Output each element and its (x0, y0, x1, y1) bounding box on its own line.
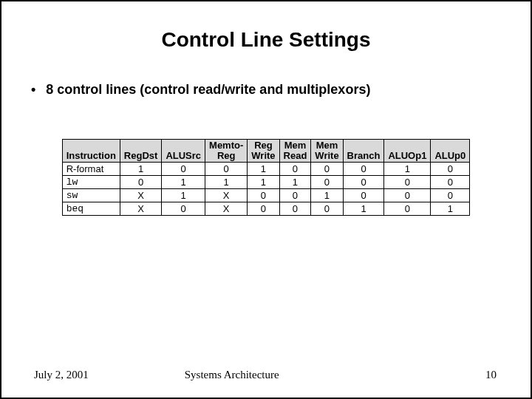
slide-title: Control Line Settings (1, 28, 531, 52)
th-regdst: RegDst (120, 140, 162, 163)
control-table: Instruction RegDst ALUSrc Memto- Reg Reg… (62, 139, 471, 216)
footer-date: July 2, 2001 (1, 369, 89, 381)
cell-regdst: X (120, 189, 162, 202)
cell-branch: 1 (343, 202, 384, 216)
cell-memwrite: 0 (311, 202, 343, 216)
cell-memwrite: 0 (311, 176, 343, 189)
cell-regwrite: 0 (248, 189, 279, 202)
th-branch: Branch (343, 140, 384, 163)
cell-branch: 0 (343, 176, 384, 189)
cell-aluop0: 1 (431, 202, 470, 216)
th-aluop0: ALUp0 (431, 140, 470, 163)
cell-alusrc: 1 (162, 189, 205, 202)
th-instruction: Instruction (62, 140, 120, 163)
cell-memtoreg: 0 (205, 163, 248, 176)
th-memwrite-top: Mem (316, 140, 338, 151)
th-memread: Mem Read (279, 140, 311, 163)
table-row: R-format100100010 (62, 163, 470, 176)
th-regwrite-top: Reg (254, 140, 273, 151)
cell-aluop0: 0 (431, 163, 470, 176)
th-regwrite-bot: Write (251, 151, 275, 161)
cell-instruction: R-format (62, 163, 120, 176)
cell-memwrite: 0 (311, 163, 343, 176)
cell-regwrite: 1 (248, 176, 279, 189)
th-memread-bot: Read (284, 151, 307, 161)
cell-memread: 0 (279, 189, 311, 202)
cell-alusrc: 0 (162, 202, 205, 216)
table-container: Instruction RegDst ALUSrc Memto- Reg Reg… (1, 139, 531, 216)
cell-branch: 0 (343, 189, 384, 202)
cell-instruction: beq (62, 202, 120, 216)
table-header-row: Instruction RegDst ALUSrc Memto- Reg Reg… (62, 140, 470, 163)
cell-aluop0: 0 (431, 189, 470, 202)
cell-memwrite: 1 (311, 189, 343, 202)
cell-memread: 0 (279, 163, 311, 176)
footer-title: Systems Architecture (89, 369, 485, 381)
slide-footer: July 2, 2001 Systems Architecture 10 (1, 369, 531, 381)
cell-instruction: sw (62, 189, 120, 202)
th-memtoreg: Memto- Reg (205, 140, 248, 163)
cell-aluop1: 0 (384, 202, 431, 216)
cell-instruction: lw (62, 176, 120, 189)
cell-memtoreg: 1 (205, 176, 248, 189)
th-memtoreg-bot: Reg (217, 151, 236, 161)
th-memread-top: Mem (284, 140, 307, 151)
th-aluop1: ALUOp1 (384, 140, 431, 163)
th-memwrite: Mem Write (311, 140, 343, 163)
cell-aluop1: 1 (384, 163, 431, 176)
cell-alusrc: 0 (162, 163, 205, 176)
th-memtoreg-top: Memto- (209, 140, 243, 151)
footer-page-number: 10 (485, 369, 531, 381)
th-alusrc: ALUSrc (162, 140, 205, 163)
cell-regwrite: 1 (248, 163, 279, 176)
table-row: swX1X001000 (62, 189, 470, 202)
cell-memtoreg: X (205, 202, 248, 216)
bullet-row: • 8 control lines (control read/write an… (31, 81, 531, 98)
cell-aluop1: 0 (384, 189, 431, 202)
bullet-text: 8 control lines (control read/write and … (46, 81, 370, 98)
th-memwrite-bot: Write (315, 151, 338, 161)
cell-memread: 1 (279, 176, 311, 189)
cell-regdst: 0 (120, 176, 162, 189)
cell-memread: 0 (279, 202, 311, 216)
cell-branch: 0 (343, 163, 384, 176)
table-row: beqX0X000101 (62, 202, 470, 216)
cell-aluop1: 0 (384, 176, 431, 189)
cell-alusrc: 1 (162, 176, 205, 189)
bullet-marker: • (31, 81, 35, 98)
cell-regdst: 1 (120, 163, 162, 176)
cell-regdst: X (120, 202, 162, 216)
cell-regwrite: 0 (248, 202, 279, 216)
th-regwrite: Reg Write (248, 140, 279, 163)
table-row: lw011110000 (62, 176, 470, 189)
slide: Control Line Settings • 8 control lines … (0, 0, 532, 399)
cell-memtoreg: X (205, 189, 248, 202)
cell-aluop0: 0 (431, 176, 470, 189)
